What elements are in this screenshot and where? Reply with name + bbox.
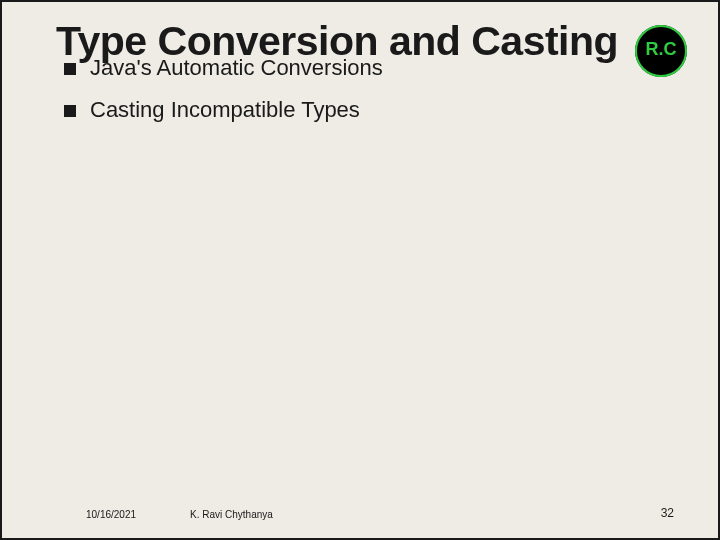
footer-author: K. Ravi Chythanya [190,509,273,520]
bullet-text: Java's Automatic Conversions [90,55,383,81]
list-item: Casting Incompatible Types [64,97,678,123]
slide: R.C Type Conversion and Casting Java's A… [2,2,718,538]
footer-page-number: 32 [661,506,674,520]
logo-icon: R.C [634,24,688,78]
brand-logo: R.C [634,24,688,78]
footer-date: 10/16/2021 [86,509,136,520]
bullet-text: Casting Incompatible Types [90,97,360,123]
bullet-icon [64,63,76,75]
bullet-icon [64,105,76,117]
svg-text:R.C: R.C [646,39,677,59]
bullet-list: Java's Automatic Conversions Casting Inc… [64,55,678,124]
